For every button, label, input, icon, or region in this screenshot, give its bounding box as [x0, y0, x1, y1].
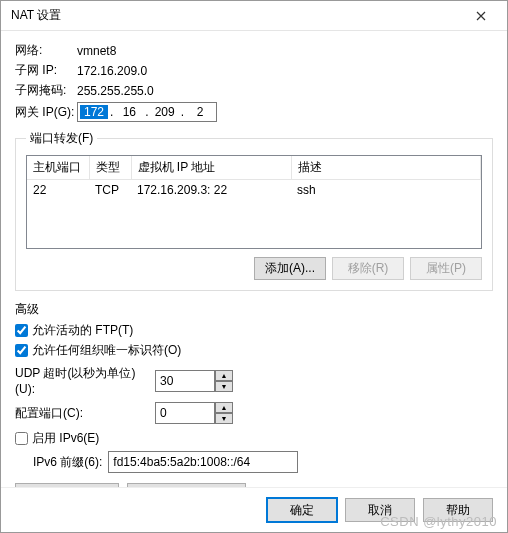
enable-ipv6-label: 启用 IPv6(E) [32, 430, 99, 447]
allow-active-ftp-label: 允许活动的 FTP(T) [32, 322, 133, 339]
remove-button[interactable]: 移除(R) [332, 257, 404, 280]
allow-oui-label: 允许任何组织唯一标识符(O) [32, 342, 181, 359]
udp-timeout-up[interactable]: ▲ [215, 370, 233, 381]
udp-timeout-down[interactable]: ▼ [215, 381, 233, 392]
close-button[interactable] [461, 2, 501, 30]
ip-octet-2[interactable]: 16 [115, 105, 143, 119]
cell-vm-ip: 172.16.209.3: 22 [131, 180, 291, 201]
col-type[interactable]: 类型 [89, 156, 131, 180]
network-label: 网络: [15, 42, 77, 59]
subnet-label: 子网 IP: [15, 62, 77, 79]
nat-settings-dialog: NAT 设置 网络: vmnet8 子网 IP: 172.16.209.0 子网… [0, 0, 508, 533]
cell-description: ssh [291, 180, 481, 201]
udp-timeout-label: UDP 超时(以秒为单位)(U): [15, 365, 155, 396]
port-forwarding-table[interactable]: 主机端口 类型 虚拟机 IP 地址 描述 22 TCP 172.16.209.3… [26, 155, 482, 249]
dialog-content: 网络: vmnet8 子网 IP: 172.16.209.0 子网掩码: 255… [1, 31, 507, 487]
col-vm-ip[interactable]: 虚拟机 IP 地址 [131, 156, 291, 180]
ipv6-prefix-input[interactable] [108, 451, 298, 473]
mask-label: 子网掩码: [15, 82, 77, 99]
mask-value: 255.255.255.0 [77, 84, 154, 98]
cell-host-port: 22 [27, 180, 89, 201]
table-row[interactable]: 22 TCP 172.16.209.3: 22 ssh [27, 180, 481, 201]
properties-button[interactable]: 属性(P) [410, 257, 482, 280]
cell-type: TCP [89, 180, 131, 201]
ip-octet-3[interactable]: 209 [151, 105, 179, 119]
col-description[interactable]: 描述 [291, 156, 481, 180]
enable-ipv6-checkbox[interactable] [15, 432, 28, 445]
ok-button[interactable]: 确定 [267, 498, 337, 522]
subnet-value: 172.16.209.0 [77, 64, 147, 78]
col-host-port[interactable]: 主机端口 [27, 156, 89, 180]
port-forwarding-legend: 端口转发(F) [26, 130, 97, 147]
port-forwarding-group: 端口转发(F) 主机端口 类型 虚拟机 IP 地址 描述 22 TCP 172.… [15, 130, 493, 291]
config-port-up[interactable]: ▲ [215, 402, 233, 413]
config-port-label: 配置端口(C): [15, 405, 155, 422]
allow-oui-checkbox[interactable] [15, 344, 28, 357]
advanced-title: 高级 [15, 301, 493, 318]
config-port-down[interactable]: ▼ [215, 413, 233, 424]
window-title: NAT 设置 [11, 7, 61, 24]
ipv6-prefix-label: IPv6 前缀(6): [33, 454, 102, 471]
gateway-label: 网关 IP(G): [15, 104, 77, 121]
titlebar: NAT 设置 [1, 1, 507, 31]
watermark: CSDN @lythy2010 [380, 514, 497, 529]
ip-octet-1[interactable]: 172 [80, 105, 108, 119]
config-port-input[interactable] [155, 402, 215, 424]
network-value: vmnet8 [77, 44, 116, 58]
close-icon [476, 11, 486, 21]
udp-timeout-input[interactable] [155, 370, 215, 392]
gateway-ip-input[interactable]: 172. 16. 209. 2 [77, 102, 217, 122]
add-button[interactable]: 添加(A)... [254, 257, 326, 280]
ip-octet-4[interactable]: 2 [186, 105, 214, 119]
allow-active-ftp-checkbox[interactable] [15, 324, 28, 337]
